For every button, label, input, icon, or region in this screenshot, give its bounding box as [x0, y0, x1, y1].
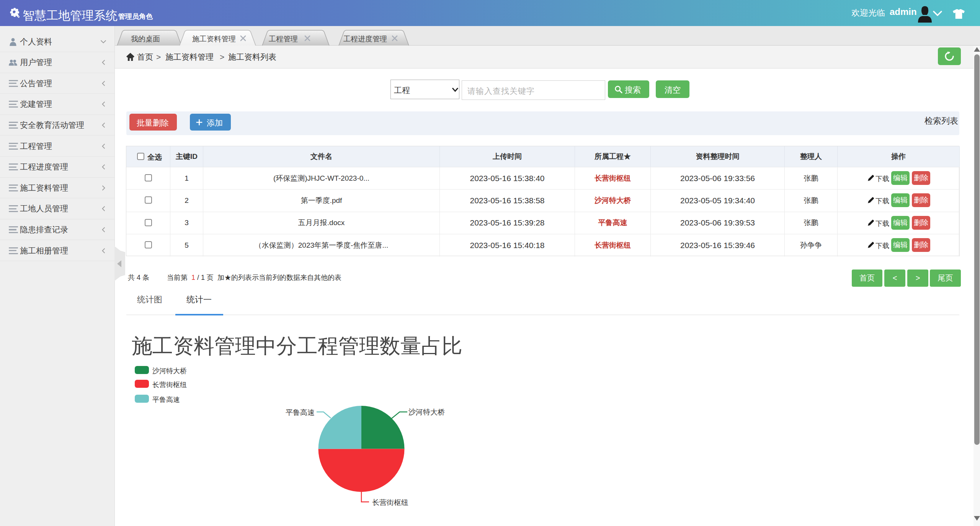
svg-text:施工资料管理: 施工资料管理 — [192, 35, 236, 43]
svg-text:工程管理: 工程管理 — [269, 35, 298, 43]
svg-text:我的桌面: 我的桌面 — [131, 35, 160, 43]
svg-text:工程进度管理: 工程进度管理 — [343, 35, 387, 43]
